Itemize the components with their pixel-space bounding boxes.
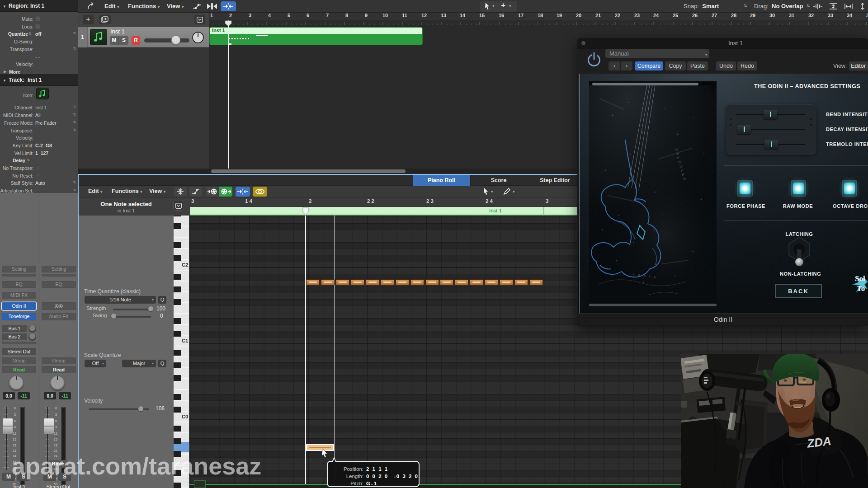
svg-text:6: 6 bbox=[55, 419, 57, 422]
svg-text:3: 3 bbox=[55, 413, 57, 416]
svg-text:C2: C2 bbox=[182, 262, 188, 267]
svg-text:18: 18 bbox=[54, 444, 57, 447]
svg-text:12: 12 bbox=[54, 432, 57, 435]
svg-text:18: 18 bbox=[13, 444, 16, 447]
svg-text:Sol: Sol bbox=[855, 274, 865, 283]
svg-text:15: 15 bbox=[13, 438, 16, 441]
svg-text:0: 0 bbox=[55, 407, 57, 410]
svg-text:9: 9 bbox=[55, 426, 57, 429]
svg-text:To: To bbox=[857, 284, 865, 293]
svg-text:6: 6 bbox=[14, 419, 16, 422]
svg-text:C1: C1 bbox=[182, 338, 188, 343]
svg-text:0: 0 bbox=[14, 407, 16, 410]
svg-text:C0: C0 bbox=[182, 414, 188, 419]
svg-text:3: 3 bbox=[14, 413, 16, 416]
svg-text:9: 9 bbox=[14, 426, 16, 429]
svg-text:12: 12 bbox=[13, 432, 16, 435]
svg-text:15: 15 bbox=[54, 438, 57, 441]
